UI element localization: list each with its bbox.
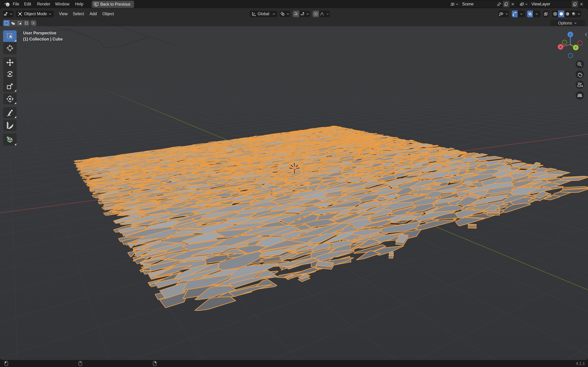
- svg-text:X: X: [560, 45, 562, 49]
- svg-text:Y: Y: [575, 46, 577, 50]
- svg-text:Z: Z: [570, 33, 571, 36]
